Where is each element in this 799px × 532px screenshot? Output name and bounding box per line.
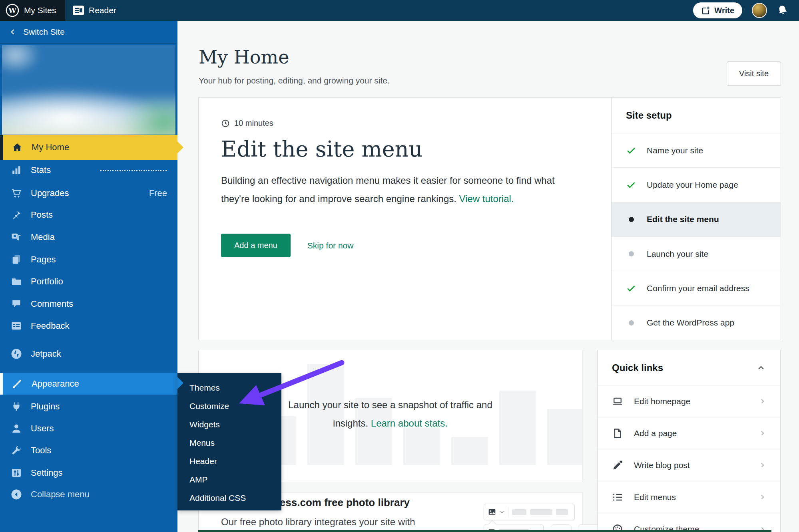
check-icon (626, 180, 636, 190)
sidebar-item-upgrades[interactable]: Upgrades Free (0, 182, 177, 204)
cart-icon (10, 187, 22, 199)
setup-item-confirm-email[interactable]: Confirm your email address (612, 271, 781, 306)
sidebar-item-my-home[interactable]: My Home (0, 135, 177, 160)
sidebar-item-label: Portfolio (31, 276, 63, 287)
placeholder-bar (512, 509, 526, 515)
placeholder-bar (556, 509, 568, 515)
task-card: 10 minutes Edit the site menu Building a… (198, 97, 781, 340)
sidebar-item-posts[interactable]: Posts (0, 204, 177, 226)
quick-links-card: Quick links Edit homepage Add a page Wri… (597, 350, 781, 532)
pending-dot-icon (626, 249, 636, 259)
photo-library-description: Our free photo library integrates your s… (221, 516, 415, 528)
image-icon (488, 508, 496, 516)
quick-link-write-blog-post[interactable]: Write blog post (598, 449, 780, 481)
quick-link-label: Edit homepage (634, 397, 690, 406)
sidebar-item-feedback[interactable]: Feedback (0, 315, 177, 337)
sidebar-item-label: Comments (31, 299, 73, 309)
view-tutorial-link[interactable]: View tutorial. (459, 193, 514, 204)
site-preview-thumbnail[interactable] (2, 45, 176, 135)
notifications-bell-icon[interactable] (775, 3, 790, 18)
collapse-arrow-icon (10, 488, 22, 500)
switch-site-button[interactable]: Switch Site (0, 21, 177, 44)
quick-link-edit-menus[interactable]: Edit menus (598, 481, 780, 513)
reader-icon (72, 5, 84, 16)
list-icon (612, 492, 623, 503)
upgrades-free-badge: Free (149, 188, 167, 199)
pencil-icon (612, 460, 623, 471)
visit-site-button[interactable]: Visit site (727, 62, 781, 86)
learn-about-stats-link[interactable]: Learn about stats. (371, 418, 448, 429)
chevron-right-icon (759, 462, 766, 468)
chevron-up-icon[interactable] (756, 363, 766, 373)
masterbar-right: Write (693, 0, 789, 21)
setup-item-get-wordpress-app[interactable]: Get the WordPress app (612, 306, 781, 340)
flyout-item-menus[interactable]: Menus (189, 434, 281, 452)
stats-icon (10, 164, 22, 176)
my-sites-button[interactable]: W My Sites (0, 0, 65, 21)
pending-dot-icon (626, 318, 636, 328)
setup-item-label: Get the WordPress app (647, 318, 734, 328)
sidebar-item-media[interactable]: Media (0, 226, 177, 248)
compose-icon (701, 6, 711, 15)
task-title: Edit the site menu (221, 137, 589, 162)
setup-item-edit-site-menu[interactable]: Edit the site menu (612, 202, 781, 237)
page-subtitle: Your hub for posting, editing, and growi… (199, 76, 390, 85)
chevron-down-icon (500, 510, 504, 514)
sidebar-item-pages[interactable]: Pages (0, 248, 177, 271)
user-avatar[interactable] (752, 3, 767, 18)
appearance-selected-notch (177, 377, 183, 389)
sidebar-item-appearance[interactable]: Appearance (0, 373, 177, 395)
masterbar: W My Sites Reader Write (0, 0, 799, 21)
sidebar-item-plugins[interactable]: Plugins (0, 395, 177, 418)
folder-icon (10, 276, 22, 288)
stats-sparkline (100, 170, 167, 171)
sidebar-item-tools[interactable]: Tools (0, 439, 177, 462)
collapse-menu-button[interactable]: Collapse menu (0, 483, 177, 506)
quick-links-header[interactable]: Quick links (598, 350, 780, 385)
sidebar-item-comments[interactable]: Comments (0, 293, 177, 315)
skip-for-now-link[interactable]: Skip for now (307, 241, 354, 250)
sidebar-item-label: Upgrades (31, 188, 69, 199)
plugin-icon (10, 401, 22, 413)
flyout-item-additional-css[interactable]: Additional CSS (189, 489, 281, 507)
quick-link-label: Add a page (634, 429, 677, 438)
flyout-item-amp[interactable]: AMP (189, 470, 281, 489)
quick-link-edit-homepage[interactable]: Edit homepage (598, 385, 780, 417)
setup-item-update-home-page[interactable]: Update your Home page (612, 168, 781, 202)
task-timer: 10 minutes (221, 119, 589, 128)
add-a-menu-button[interactable]: Add a menu (221, 234, 291, 257)
sidebar-item-label: Users (31, 423, 54, 434)
sidebar-item-portfolio[interactable]: Portfolio (0, 270, 177, 293)
flyout-item-themes[interactable]: Themes (189, 379, 281, 397)
reader-button[interactable]: Reader (72, 0, 116, 21)
flyout-item-widgets[interactable]: Widgets (189, 415, 281, 434)
flyout-item-header[interactable]: Header (189, 452, 281, 470)
check-icon (626, 145, 636, 156)
flyout-item-customize[interactable]: Customize (189, 397, 281, 415)
quick-link-add-a-page[interactable]: Add a page (598, 417, 780, 449)
clock-icon (221, 119, 230, 128)
setup-item-launch-your-site[interactable]: Launch your site (612, 237, 781, 271)
jetpack-icon (10, 348, 22, 360)
sidebar-item-users[interactable]: Users (0, 417, 177, 440)
write-button[interactable]: Write (693, 2, 742, 18)
placeholder-bar (530, 509, 552, 515)
user-icon (10, 423, 22, 435)
ghost-bar (451, 437, 488, 465)
illustration-toolbar (484, 504, 575, 520)
current-step-dot-icon (626, 214, 636, 224)
sidebar-item-jetpack[interactable]: Jetpack (0, 343, 177, 365)
document-icon (612, 428, 623, 439)
my-sites-label: My Sites (24, 6, 56, 15)
quick-link-customize-theme[interactable]: Customize theme (598, 513, 780, 532)
setup-item-label: Update your Home page (647, 180, 738, 190)
back-chevron-icon (9, 28, 17, 36)
setup-item-name-your-site[interactable]: Name your site (612, 133, 781, 168)
task-timer-label: 10 minutes (234, 119, 273, 128)
wordpress-my-home-screen: W My Sites Reader Write (0, 0, 799, 532)
sidebar-item-label: My Home (32, 142, 69, 153)
sidebar-item-settings[interactable]: Settings (0, 462, 177, 484)
reader-label: Reader (89, 6, 116, 15)
sidebar-item-stats[interactable]: Stats (0, 159, 177, 181)
sidebar-item-label: Pages (31, 254, 56, 265)
